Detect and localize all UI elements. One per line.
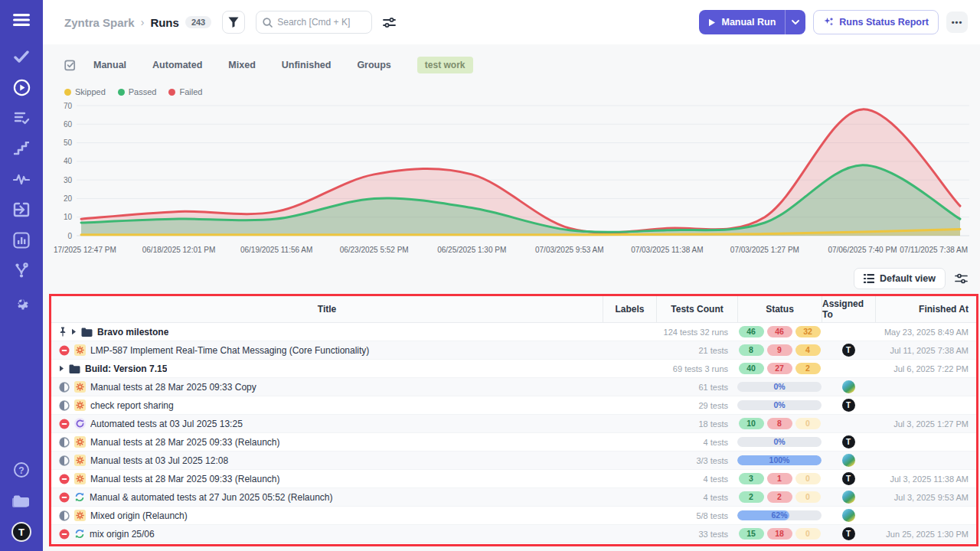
assignee-avatar[interactable] [842, 380, 855, 393]
tab-mixed[interactable]: Mixed [228, 60, 255, 70]
help-icon[interactable]: ? [12, 461, 31, 479]
column-header-finished-at[interactable]: Finished At [875, 296, 976, 322]
tune-sliders-icon[interactable] [383, 17, 396, 28]
user-avatar[interactable]: T [11, 522, 31, 542]
breadcrumb-page: Runs [150, 16, 179, 29]
milestones-icon[interactable] [12, 139, 31, 158]
default-view-button[interactable]: Default view [854, 268, 946, 289]
run-title[interactable]: Manual tests at 28 Mar 2025 09:33 Copy [90, 382, 256, 393]
tab-groups[interactable]: Groups [357, 60, 390, 70]
projects-folder-icon[interactable] [12, 491, 31, 510]
legend-item-passed[interactable]: Passed [118, 87, 157, 96]
status-cell: 0% [737, 396, 822, 414]
inbox-in-icon[interactable] [12, 201, 31, 219]
labels-cell [603, 396, 656, 414]
svg-text:?: ? [18, 465, 24, 476]
table-row[interactable]: Bravo milestone124 tests 32 runs464632Ma… [51, 323, 976, 341]
assignee-avatar[interactable]: T [842, 435, 855, 448]
search-input[interactable] [277, 17, 361, 28]
run-title[interactable]: check report sharing [90, 400, 174, 411]
status-badge-skipped: 0 [795, 528, 821, 540]
more-options-button[interactable]: ••• [946, 11, 968, 33]
in-progress-status-icon [59, 455, 70, 466]
table-row[interactable]: Build: Version 7.1569 tests 3 runs40272J… [51, 360, 976, 378]
reports-icon[interactable] [12, 231, 31, 249]
legend-item-skipped[interactable]: Skipped [64, 87, 106, 96]
run-title[interactable]: Manual tests at 28 Mar 2025 09:33 (Relau… [90, 437, 279, 448]
settings-gear-icon[interactable] [12, 292, 31, 311]
status-badge-passed: 40 [739, 363, 764, 374]
table-row[interactable]: Manual tests at 03 Jul 2025 12:083/3 tes… [51, 452, 976, 470]
tab-manual[interactable]: Manual [93, 60, 126, 70]
column-header-assigned-to[interactable]: Assigned To [822, 296, 875, 322]
filter-chip-test-work[interactable]: test work [417, 57, 473, 73]
in-progress-status-icon [59, 382, 70, 393]
run-title[interactable]: LMP-587 Implement Real-Time Chat Messagi… [90, 345, 369, 356]
run-title[interactable]: Build: Version 7.15 [85, 364, 167, 374]
branch-icon[interactable] [12, 262, 31, 280]
table-row[interactable]: mix origin 25/0633 tests15180TJun 25, 20… [51, 525, 976, 543]
column-header-title[interactable]: Title [51, 296, 603, 322]
select-all-icon[interactable] [64, 59, 77, 71]
assigned-cell [822, 452, 875, 469]
svg-text:60: 60 [64, 120, 73, 129]
skipped-dot [64, 89, 71, 96]
run-title[interactable]: mix origin 25/06 [90, 529, 155, 540]
run-title[interactable]: Bravo milestone [97, 327, 168, 337]
status-badge-passed: 10 [739, 418, 764, 429]
assignee-avatar[interactable]: T [842, 472, 855, 485]
column-header-labels[interactable]: Labels [603, 296, 656, 322]
table-row[interactable]: check report sharing29 tests0%T [51, 396, 976, 415]
run-title[interactable]: Mixed origin (Relaunch) [90, 510, 188, 521]
pin-icon [59, 327, 67, 337]
table-row[interactable]: Manual & automated tests at 27 Jun 2025 … [51, 488, 976, 507]
view-controls-row: Default view [43, 263, 980, 294]
table-row[interactable]: Manual tests at 28 Mar 2025 09:33 Copy61… [51, 378, 976, 396]
search-box[interactable] [256, 11, 372, 34]
manual-run-button[interactable]: Manual Run [699, 17, 785, 28]
runs-status-report-button[interactable]: Runs Status Report [813, 10, 939, 34]
assignee-avatar[interactable]: T [842, 399, 855, 412]
menu-icon[interactable] [12, 11, 31, 29]
assignee-avatar[interactable]: T [842, 527, 855, 540]
tab-automated[interactable]: Automated [152, 60, 202, 70]
assignee-avatar[interactable]: T [842, 344, 855, 357]
filter-funnel-button[interactable] [222, 11, 245, 34]
labels-cell [603, 433, 656, 451]
run-title[interactable]: Automated tests at 03 Jul 2025 13:25 [90, 419, 243, 429]
run-title[interactable]: Manual tests at 03 Jul 2025 12:08 [90, 455, 228, 466]
tests-count-cell: 5/8 tests [656, 507, 737, 524]
labels-cell [603, 360, 656, 377]
column-header-tests-count[interactable]: Tests Count [656, 296, 737, 322]
table-row[interactable]: LMP-587 Implement Real-Time Chat Messagi… [51, 341, 976, 360]
expand-chevron-icon[interactable] [59, 365, 64, 372]
breadcrumb-separator: › [141, 16, 145, 28]
assignee-avatar[interactable] [842, 491, 855, 504]
runs-icon[interactable] [12, 78, 31, 96]
test-cases-icon[interactable] [12, 47, 31, 66]
status-cell: 1080 [737, 415, 822, 432]
test-plans-icon[interactable] [12, 109, 31, 127]
column-header-status[interactable]: Status [737, 296, 822, 322]
legend-item-failed[interactable]: Failed [168, 87, 202, 96]
failed-dot [168, 89, 175, 96]
run-title[interactable]: Manual tests at 28 Mar 2025 09:33 (Relau… [90, 474, 279, 484]
table-row[interactable]: Manual tests at 28 Mar 2025 09:33 (Relau… [51, 470, 976, 488]
list-view-icon [864, 274, 874, 283]
assignee-avatar[interactable] [842, 509, 855, 522]
table-settings-icon[interactable] [955, 273, 968, 284]
table-row[interactable]: Mixed origin (Relaunch)5/8 tests62% [51, 507, 976, 525]
sparkles-icon [823, 17, 834, 28]
tab-unfinished[interactable]: Unfinished [282, 60, 332, 70]
manual-run-dropdown-button[interactable] [786, 10, 805, 34]
run-title[interactable]: Manual & automated tests at 27 Jun 2025 … [90, 492, 333, 503]
status-badge-skipped: 0 [795, 491, 821, 503]
labels-cell [603, 470, 656, 487]
assignee-avatar[interactable] [842, 454, 855, 467]
defects-icon[interactable] [12, 170, 31, 188]
breadcrumb-project[interactable]: Zyntra Spark [64, 16, 135, 29]
table-row[interactable]: Manual tests at 28 Mar 2025 09:33 (Relau… [51, 433, 976, 452]
table-row[interactable]: Automated tests at 03 Jul 2025 13:2518 t… [51, 415, 976, 433]
expand-chevron-icon[interactable] [71, 328, 77, 335]
tests-count-cell: 124 tests 32 runs [656, 323, 737, 341]
